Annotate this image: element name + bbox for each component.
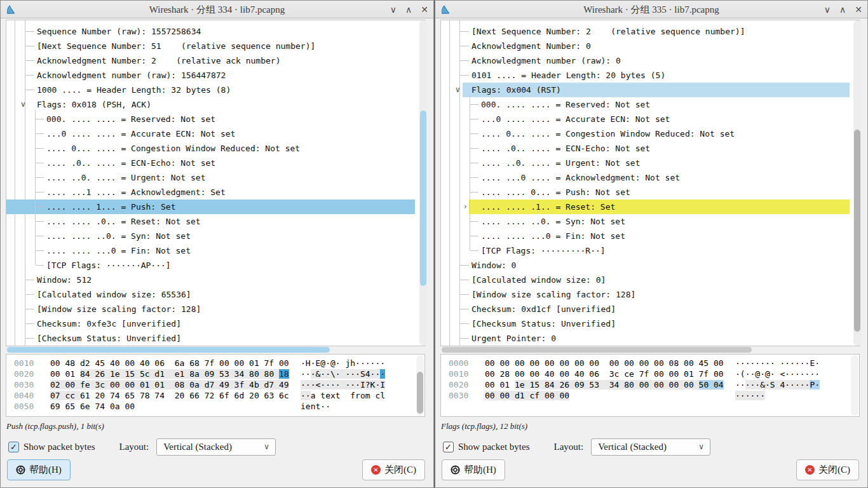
tree-row[interactable]: .... .... 0... = Push: Not set (441, 185, 850, 200)
chevron-right-icon[interactable]: › (464, 200, 467, 214)
tree-row[interactable]: Window: 0 (441, 258, 850, 273)
tree-horizontal-scrollbar[interactable] (440, 347, 860, 353)
close-button[interactable]: ✕ 关闭(C) (362, 459, 425, 480)
wireshark-packet-dialog-334: Wireshark · 分组 334 · lib7.pcapng ∨ ∧ ✕ S… (0, 0, 434, 488)
tree-row[interactable]: Acknowledgment Number: 0 (441, 39, 850, 53)
tree-row[interactable]: .... .... ..0. = Syn: Not set (441, 214, 850, 229)
tree-row[interactable]: Urgent Pointer: 0 (441, 331, 850, 346)
tree-row[interactable]: .... .0.. .... = ECN-Echo: Not set (441, 141, 850, 156)
layout-dropdown[interactable]: Vertical (Stacked) ∨ (156, 438, 276, 456)
window-title: Wireshark · 分组 335 · lib7.pcapng (435, 1, 867, 18)
tree-row[interactable]: ...0 .... .... = Accurate ECN: Not set (6, 126, 415, 141)
tree-horizontal-scrollbar[interactable] (6, 347, 425, 353)
chevron-down-icon[interactable]: ∨ (20, 97, 26, 112)
chevron-down-icon[interactable]: ∨ (455, 83, 461, 97)
ascii-column: ·H·E@·@· jh······ (301, 358, 424, 369)
tree-row[interactable]: [Next Sequence Number: 2 (relative seque… (441, 24, 850, 39)
tree-row[interactable]: Checksum: 0xfe3c [unverified] (6, 316, 415, 331)
tree-row-label: Window: 0 (441, 258, 516, 273)
tree-row[interactable]: Acknowledgment number (raw): 0 (441, 53, 850, 68)
tree-row[interactable]: [Checksum Status: Unverified] (6, 331, 415, 346)
unshade-window-icon[interactable]: ∧ (839, 4, 846, 15)
tree-row[interactable]: Checksum: 0xd1cf [unverified] (441, 302, 850, 316)
hex-row[interactable]: 002000 01 84 26 1e 15 5c d1 e1 8a 09 53 … (14, 369, 424, 379)
packet-detail-tree[interactable]: Sequence Number (raw): 1557258634[Next S… (6, 20, 425, 346)
tree-row[interactable]: 000. .... .... = Reserved: Not set (6, 112, 415, 126)
hex-row[interactable]: 002000 01 1e 15 84 26 09 53 34 80 00 00 … (449, 379, 859, 390)
tree-row[interactable]: Acknowledgment Number: 2 (relative ack n… (6, 53, 415, 68)
tree-row[interactable]: .... ..0. .... = Urgent: Not set (6, 170, 415, 185)
tree-row[interactable]: [Calculated window size: 65536] (6, 287, 415, 302)
tree-row[interactable]: ›.... .... .1.. = Reset: Set (441, 200, 850, 214)
hex-bytes: ient·· (301, 402, 330, 411)
tree-row[interactable]: .... ...1 .... = Acknowledgment: Set (6, 185, 415, 200)
hex-row[interactable]: 004007 cc 61 20 74 65 78 74 20 66 72 6f … (14, 390, 424, 401)
hex-bytes: 69 65 6e 74 0a 00 (50, 402, 135, 411)
tree-row[interactable]: [Next Sequence Number: 51 (relative sequ… (6, 39, 415, 53)
tree-vertical-scrollbar[interactable] (853, 20, 861, 346)
packet-detail-tree[interactable]: [Next Sequence Number: 2 (relative seque… (440, 20, 860, 346)
tree-row[interactable]: [Window size scaling factor: 128] (6, 302, 415, 316)
tree-row-label: .... ..0. .... = Urgent: Not set (6, 170, 205, 185)
hex-row[interactable]: 001000 48 d2 45 40 00 40 06 6a 68 7f 00 … (14, 358, 424, 369)
tree-row[interactable]: .... ...0 .... = Acknowledgment: Not set (441, 170, 850, 185)
hex-column: 02 00 fe 3c 00 00 01 01 08 0a d7 49 3f 4… (50, 379, 301, 390)
close-button[interactable]: ✕ 关闭(C) (796, 459, 859, 480)
tree-row-label: .... .0.. .... = ECN-Echo: Not set (6, 156, 215, 170)
tree-row[interactable]: [Window size scaling factor: 128] (441, 287, 850, 302)
show-packet-bytes-checkbox[interactable]: ✓ (8, 442, 19, 452)
tree-row[interactable]: .... .... .0.. = Reset: Not set (6, 214, 415, 229)
hex-bytes-selected: · (380, 369, 385, 379)
tree-row-label: .... 0... .... = Congestion Window Reduc… (6, 141, 300, 156)
tree-row[interactable]: 0101 .... = Header Length: 20 bytes (5) (441, 68, 850, 83)
tree-row[interactable]: 000. .... .... = Reserved: Not set (441, 97, 850, 112)
hex-vertical-scrollbar[interactable] (416, 355, 424, 416)
tree-row[interactable]: [TCP Flags: ·······AP···] (6, 258, 415, 273)
tree-row[interactable]: .... .... ...0 = Fin: Not set (441, 229, 850, 243)
hex-row[interactable]: 000000 00 00 00 00 00 00 00 00 00 00 00 … (449, 358, 859, 369)
layout-dropdown-value: Vertical (Stacked) (598, 442, 667, 452)
help-button[interactable]: 帮助(H) (7, 459, 71, 480)
shade-window-icon[interactable]: ∨ (390, 4, 397, 15)
tree-row[interactable]: Acknowledgment number (raw): 156447872 (6, 68, 415, 83)
tree-row[interactable]: [Checksum Status: Unverified] (441, 316, 850, 331)
tree-row[interactable]: [TCP Flags: ·········R··] (441, 243, 850, 258)
unshade-window-icon[interactable]: ∧ (405, 4, 412, 15)
shade-window-icon[interactable]: ∨ (824, 4, 831, 15)
hex-vertical-scrollbar[interactable] (851, 355, 858, 416)
tree-row-label: .... .... ..0. = Syn: Not set (6, 229, 191, 243)
hex-bytes: 00 28 00 00 40 00 40 06 3c ce 7f 00 00 0… (485, 369, 724, 379)
tree-row[interactable]: .... .... 1... = Push: Set (6, 200, 415, 214)
tree-row-label: 1000 .... = Header Length: 32 bytes (8) (6, 83, 231, 97)
hex-row[interactable]: 005069 65 6e 74 0a 00ient·· (14, 401, 424, 412)
tree-row[interactable]: Window: 512 (6, 273, 415, 287)
close-window-icon[interactable]: ✕ (855, 4, 862, 15)
layout-dropdown[interactable]: Vertical (Stacked) ∨ (591, 438, 710, 456)
ascii-column: ···<···· ···I?K·I (301, 379, 424, 390)
tree-row[interactable]: Sequence Number (raw): 1557258634 (6, 24, 415, 39)
hex-row[interactable]: 003000 00 d1 cf 00 00······ (449, 390, 859, 401)
close-window-icon[interactable]: ✕ (421, 4, 428, 15)
titlebar[interactable]: Wireshark · 分组 334 · lib7.pcapng ∨ ∧ ✕ (1, 1, 433, 18)
tree-row[interactable]: .... 0... .... = Congestion Window Reduc… (6, 141, 415, 156)
tree-row[interactable]: .... 0... .... = Congestion Window Reduc… (441, 126, 850, 141)
hex-row[interactable]: 003002 00 fe 3c 00 00 01 01 08 0a d7 49 … (14, 379, 424, 390)
tree-row-label: Acknowledgment number (raw): 156447872 (6, 68, 226, 83)
tree-row[interactable]: .... ..0. .... = Urgent: Not set (441, 156, 850, 170)
tree-row[interactable]: ∨Flags: 0x018 (PSH, ACK) (6, 97, 415, 112)
packet-bytes-pane[interactable]: 000000 00 00 00 00 00 00 00 00 00 00 00 … (440, 354, 860, 417)
tree-row[interactable]: ∨Flags: 0x004 (RST) (441, 83, 850, 97)
packet-bytes-pane[interactable]: 001000 48 d2 45 40 00 40 06 6a 68 7f 00 … (6, 354, 425, 417)
show-packet-bytes-checkbox[interactable]: ✓ (443, 442, 454, 452)
hex-row[interactable]: 001000 28 00 00 40 00 40 06 3c ce 7f 00 … (449, 369, 859, 379)
titlebar[interactable]: Wireshark · 分组 335 · lib7.pcapng ∨ ∧ ✕ (435, 1, 867, 18)
tree-row[interactable]: .... .... ..0. = Syn: Not set (6, 229, 415, 243)
tree-vertical-scrollbar[interactable] (419, 20, 427, 346)
tree-row[interactable]: 1000 .... = Header Length: 32 bytes (8) (6, 83, 415, 97)
chevron-down-icon: ∨ (264, 439, 269, 455)
tree-row[interactable]: .... .... ...0 = Fin: Not set (6, 243, 415, 258)
help-button[interactable]: 帮助(H) (442, 459, 505, 480)
tree-row[interactable]: .... .0.. .... = ECN-Echo: Not set (6, 156, 415, 170)
tree-row[interactable]: ...0 .... .... = Accurate ECN: Not set (441, 112, 850, 126)
tree-row[interactable]: [Calculated window size: 0] (441, 273, 850, 287)
